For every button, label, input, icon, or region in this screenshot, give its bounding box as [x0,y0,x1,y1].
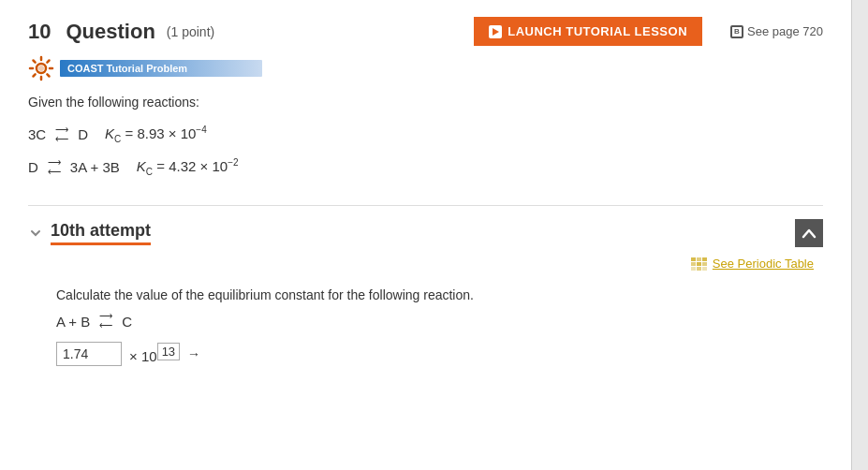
chevron-down-icon[interactable] [28,226,43,241]
launch-btn-label: LAUNCH TUTORIAL LESSON [508,24,687,38]
page-container: 10 Question (1 point) LAUNCH TUTORIAL LE… [0,0,868,470]
submit-arrow-icon[interactable]: → [187,346,200,361]
svg-rect-9 [697,267,701,271]
right-sidebar [851,0,868,470]
answer-reaction-left: A + B [56,314,90,330]
reaction-row-1: 3C ⟶ ⟵ D KC = 8.93 × 10−4 [28,125,823,144]
kc-sub-2: C [146,167,153,177]
svg-rect-3 [697,257,701,261]
see-page-label: See page 720 [747,24,823,38]
periodic-table-label: See Periodic Table [713,257,814,271]
svg-rect-10 [702,267,707,271]
launch-tutorial-button[interactable]: LAUNCH TUTORIAL LESSON [474,17,702,46]
reaction2-right: 3A + 3B [70,159,120,175]
play-icon [489,25,502,38]
header-row: 10 Question (1 point) LAUNCH TUTORIAL LE… [28,17,823,46]
times-ten-label: × 1013 [129,345,180,364]
svg-rect-4 [702,257,707,261]
calculate-text: Calculate the value of the equilibrium c… [56,287,823,302]
svg-rect-7 [702,262,707,266]
attempt-title: 10th attempt [51,221,151,245]
scroll-up-button[interactable] [795,219,823,247]
book-icon [730,25,743,38]
kc-label-1: K [105,125,114,141]
exponent-display: 13 [157,347,180,358]
question-points: (1 point) [167,24,214,39]
answer-equilibrium-arrow: ⟶ ⟵ [99,312,112,330]
kc-sub-1: C [114,134,121,144]
question-body: Given the following reactions: 3C ⟶ ⟵ D … [28,95,823,206]
periodic-table-link[interactable]: See Periodic Table [691,257,814,271]
kc-exp-1: −4 [196,125,206,135]
reaction-eq-2: D ⟶ ⟵ 3A + 3B [28,158,120,177]
equilibrium-arrow-1: ⟶ ⟵ [55,125,68,144]
svg-point-1 [38,66,44,71]
svg-rect-5 [691,262,696,266]
kc-value-1: KC = 8.93 × 10−4 [105,125,207,144]
kc-label-2: K [137,158,146,174]
kc-eq-1: = 8.93 × 10 [125,125,196,141]
answer-input[interactable] [56,342,122,366]
main-content: 10 Question (1 point) LAUNCH TUTORIAL LE… [0,0,851,385]
reaction2-left: D [28,159,38,175]
kc-eq-2: = 4.32 × 10 [156,158,228,174]
up-arrow-icon [801,225,817,242]
svg-rect-6 [697,262,701,266]
question-number: 10 [28,20,51,44]
tutorial-bar: COAST Tutorial Problem [28,55,823,81]
input-row: × 1013 → [56,342,823,366]
reaction-eq-1: 3C ⟶ ⟵ D [28,125,88,144]
answer-reaction: A + B ⟶ ⟵ C [56,312,823,330]
svg-rect-8 [691,267,696,271]
kc-value-2: KC = 4.32 × 10−2 [137,157,239,177]
equilibrium-arrow-2: ⟶ ⟵ [48,158,61,177]
reaction1-right: D [78,126,88,142]
given-text: Given the following reactions: [28,95,823,110]
gear-icon [28,55,54,81]
kc-exp-2: −2 [228,157,238,168]
reaction1-left: 3C [28,126,46,142]
attempt-section: 10th attempt [28,206,823,366]
reaction-row-2: D ⟶ ⟵ 3A + 3B KC = 4.32 × 10−2 [28,157,823,177]
attempt-header: 10th attempt [28,219,823,247]
question-label: Question [66,20,154,44]
periodic-table-row: See Periodic Table [28,257,823,271]
answer-area: Calculate the value of the equilibrium c… [28,278,823,366]
see-page: See page 720 [730,24,823,38]
coast-label: COAST Tutorial Problem [60,60,262,77]
svg-rect-2 [691,257,696,261]
answer-reaction-right: C [122,314,132,330]
periodic-table-icon [691,257,708,271]
